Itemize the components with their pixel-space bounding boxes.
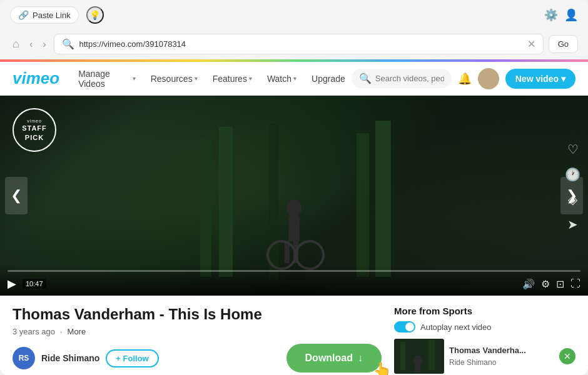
home-button[interactable]: ⌂ — [10, 35, 22, 53]
right-controls: 🔊 ⚙ ⊡ ⛶ — [522, 278, 580, 290]
bell-icon[interactable]: 🔔 — [458, 72, 472, 86]
download-section: Download ↓ 👆 — [286, 344, 382, 372]
search-box[interactable]: 🔍 — [352, 69, 452, 88]
video-controls: ▶ 10:47 🔊 ⚙ ⊡ ⛶ — [0, 265, 588, 296]
follow-label: + Follow — [116, 354, 148, 363]
video-title: Thomas Vanderham - This Is Home — [13, 306, 382, 323]
toggle-thumb — [405, 322, 414, 331]
thumbnail-card: Thomas Vanderha... Ride Shimano ✕ — [394, 339, 575, 374]
channel-initial: RS — [19, 354, 29, 362]
right-sidebar: More from Sports Autoplay next video Tho — [394, 306, 575, 375]
nav-resources[interactable]: Resources ▾ — [144, 70, 204, 88]
next-icon: ❯ — [566, 188, 577, 204]
search-icon: 🔍 — [62, 38, 74, 50]
controls-row: ▶ 10:47 🔊 ⚙ ⊡ ⛶ — [8, 277, 580, 291]
video-player[interactable]: vimeo STAFF PICK ♡ 🕐 ◈ ➤ ❮ ❯ ▶ 10:47 🔊 ⚙… — [0, 96, 588, 296]
svg-rect-3 — [375, 121, 391, 277]
more-link[interactable]: More — [68, 327, 86, 336]
channel-download-row: RS Ride Shimano + Follow Download ↓ 👆 — [13, 344, 382, 372]
meta-row: 3 years ago · More — [13, 327, 382, 336]
gear-icon[interactable]: ⚙️ — [544, 8, 558, 22]
cursor-icon: 👆 — [373, 361, 392, 375]
video-age: 3 years ago — [13, 327, 55, 336]
clear-button[interactable]: ✕ — [527, 38, 535, 50]
vimeo-logo[interactable]: vimeo — [13, 69, 59, 88]
download-icon: ↓ — [358, 352, 363, 364]
browser-window: 🔗 Paste Link 💡 ⚙️ 👤 ⌂ ‹ › 🔍 ✕ Go — [0, 0, 588, 62]
chevron-down-icon: ▾ — [293, 75, 297, 82]
svg-point-14 — [413, 356, 422, 366]
channel-row: RS Ride Shimano + Follow — [13, 347, 159, 369]
autoplay-row: Autoplay next video — [394, 321, 575, 332]
staff-pick-vimeo: vimeo — [27, 118, 42, 124]
nav-watch[interactable]: Watch ▾ — [261, 70, 303, 88]
features-label: Features — [213, 74, 247, 84]
thumb-channel: Ride Shimano — [449, 358, 554, 367]
svg-rect-15 — [415, 365, 420, 372]
go-button[interactable]: Go — [549, 35, 578, 53]
nav-manage-videos[interactable]: Manage Videos ▾ — [72, 65, 142, 92]
svg-point-5 — [286, 199, 302, 217]
volume-button[interactable]: 🔊 — [522, 278, 535, 290]
prev-video-button[interactable]: ❮ — [5, 177, 28, 214]
svg-rect-1 — [219, 127, 233, 277]
manage-videos-label: Manage Videos — [78, 69, 131, 89]
settings-button[interactable]: ⚙ — [541, 278, 550, 290]
nav-upgrade[interactable]: Upgrade — [305, 70, 352, 88]
avatar[interactable] — [478, 68, 499, 89]
time-badge: 10:47 — [23, 279, 46, 289]
nav-features[interactable]: Features ▾ — [206, 70, 258, 88]
link-icon: 🔗 — [18, 10, 29, 20]
thumbnail-info: Thomas Vanderha... Ride Shimano — [449, 346, 554, 367]
svg-rect-13 — [428, 340, 435, 370]
progress-bar[interactable] — [8, 270, 580, 272]
address-bar-row: ⌂ ‹ › 🔍 ✕ Go — [0, 30, 588, 59]
thumb-title[interactable]: Thomas Vanderha... — [449, 346, 554, 356]
chevron-down-icon: ▾ — [133, 75, 136, 82]
staff-pick-staff: STAFF — [22, 124, 47, 132]
pip-button[interactable]: ⊡ — [556, 278, 564, 290]
new-video-button[interactable]: New video ▾ — [505, 69, 575, 89]
chevron-down-icon: ▾ — [249, 75, 252, 82]
fullscreen-button[interactable]: ⛶ — [570, 278, 580, 289]
browser-settings: ⚙️ 👤 — [544, 8, 578, 22]
download-button[interactable]: Download ↓ 👆 — [286, 344, 382, 372]
next-video-button[interactable]: ❯ — [560, 177, 583, 214]
forward-button[interactable]: › — [40, 36, 48, 52]
svg-rect-4 — [269, 124, 278, 280]
follow-button[interactable]: + Follow — [106, 349, 158, 368]
thumbnail-image[interactable] — [394, 339, 444, 374]
channel-avatar[interactable]: RS — [13, 347, 35, 369]
url-input[interactable] — [79, 39, 522, 49]
resources-label: Resources — [151, 74, 193, 84]
share-button[interactable]: ➤ — [565, 217, 580, 232]
browser-toolbar: 🔗 Paste Link 💡 ⚙️ 👤 — [0, 0, 588, 30]
svg-rect-6 — [288, 216, 300, 241]
nav-right: 🔍 🔔 New video ▾ — [352, 68, 575, 89]
staff-pick-badge: vimeo STAFF PICK — [13, 108, 56, 152]
channel-name[interactable]: Ride Shimano — [41, 353, 99, 363]
person-icon[interactable]: 👤 — [564, 8, 578, 22]
chevron-down-icon: ▾ — [561, 74, 565, 84]
autoplay-toggle[interactable] — [394, 321, 415, 332]
close-thumbnail-button[interactable]: ✕ — [559, 348, 575, 364]
upgrade-label: Upgrade — [312, 74, 345, 84]
new-video-label: New video — [515, 74, 559, 84]
vimeo-navbar: vimeo Manage Videos ▾ Resources ▾ Featur… — [0, 62, 588, 96]
svg-rect-0 — [200, 139, 211, 277]
address-bar[interactable]: 🔍 ✕ — [54, 34, 544, 54]
more-from-heading: More from Sports — [394, 306, 575, 316]
search-input[interactable] — [375, 74, 444, 83]
back-button[interactable]: ‹ — [27, 36, 35, 52]
watch-label: Watch — [267, 74, 291, 84]
lightbulb-button[interactable]: 💡 — [86, 6, 104, 24]
more-from-label: More from Sports — [394, 306, 472, 316]
play-button[interactable]: ▶ — [8, 277, 16, 291]
like-button[interactable]: ♡ — [565, 142, 580, 157]
download-label: Download — [305, 352, 353, 364]
left-content: Thomas Vanderham - This Is Home 3 years … — [13, 306, 382, 375]
staff-pick-pick: PICK — [25, 133, 44, 142]
paste-link-label: Paste Link — [33, 11, 71, 20]
svg-rect-2 — [357, 133, 369, 277]
paste-link-button[interactable]: 🔗 Paste Link — [10, 6, 79, 24]
